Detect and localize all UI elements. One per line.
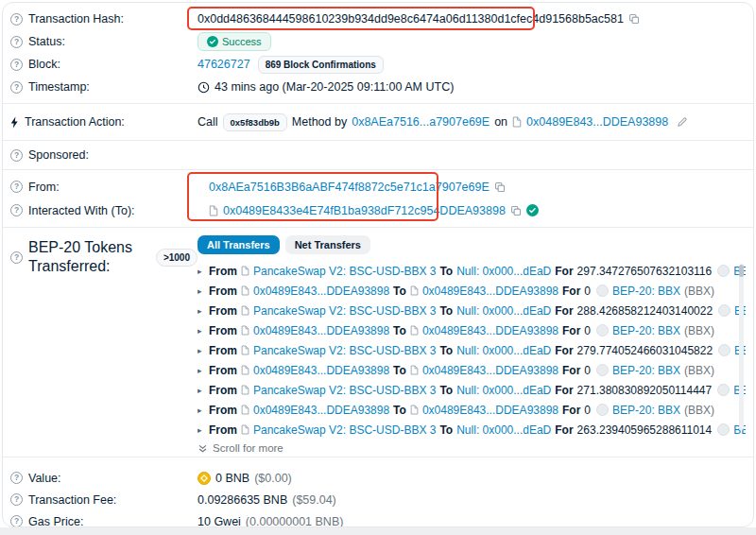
token-logo-icon [596,324,609,337]
status-label: Status: [28,35,65,48]
tab-all-transfers[interactable]: All Transfers [198,235,280,254]
transfer-from-link[interactable]: 0x0489E843...DDEA93898 [253,324,389,337]
value-label: Value: [28,472,61,485]
token-symbol: (BBX) [684,404,714,417]
action-sender-link[interactable]: 0x8AEa7516...a7907e69E [352,115,490,129]
copy-icon[interactable] [510,205,522,216]
copy-icon[interactable] [494,181,506,193]
token-transfer-row: ▸ From PancakeSwap V2: BSC-USD-BBX 3 To … [198,420,746,440]
transfer-to-link[interactable]: 0x0489E843...DDEA93898 [422,285,558,298]
token-logo-icon [717,384,730,396]
transaction-fee-label: Transaction Fee: [28,493,116,507]
transfer-to-link[interactable]: Null: 0x000...dEaD [456,344,551,357]
contract-icon [209,205,218,216]
transfer-from-link[interactable]: 0x0489E843...DDEA93898 [253,364,389,377]
to-word: To [439,344,453,357]
caret-right-icon[interactable]: ▸ [198,386,205,395]
edit-pencil-icon[interactable] [677,116,688,128]
to-word: To [393,324,406,337]
transfer-to-link[interactable]: 0x0489E843...DDEA93898 [422,324,558,337]
transfer-from-link[interactable]: PancakeSwap V2: BSC-USD-BBX 3 [253,423,436,437]
from-contract-icon [241,305,249,316]
row-timestamp: ? Timestamp: 43 mins ago (Mar-20-2025 09… [10,76,746,98]
caret-right-icon[interactable]: ▸ [198,267,205,276]
transfer-amount: 279.774052466031045822 [577,344,713,357]
from-word: From [209,344,237,357]
transfer-amount: 263.239405965288611014 [577,423,713,437]
for-word: For [555,384,573,397]
action-contract-link[interactable]: 0x0489E843...DDEA93898 [526,115,668,129]
transfer-amount: 0 [584,404,591,417]
interacted-with-address-link[interactable]: 0x0489E8433e4E74fB1ba938dF712c954DDEA938… [223,204,506,217]
overview-section: ? Transaction Hash: 0x0dd486368444598610… [3,3,753,103]
transfer-to-link[interactable]: 0x0489E843...DDEA93898 [422,364,558,377]
token-link[interactable]: BEP-20: BBX [612,404,680,417]
to-contract-icon [410,325,419,336]
token-link[interactable]: BEP-20: BBX [612,364,680,377]
transfer-from-link[interactable]: PancakeSwap V2: BSC-USD-BBX 3 [253,384,436,397]
transfer-to-link[interactable]: Null: 0x000...dEaD [456,304,551,318]
token-logo-icon [717,423,730,436]
timestamp-value: 43 mins ago (Mar-20-2025 09:11:00 AM UTC… [215,80,454,94]
caret-right-icon[interactable]: ▸ [198,326,205,336]
row-from: ? From: 0x8AEa7516B3B6aABF474f8872c5e71c… [10,175,746,198]
token-link[interactable]: BEP-20: BBX [612,285,680,298]
block-label: Block: [28,58,60,71]
token-link[interactable]: BEP-20: BBX [612,324,680,337]
transfers-scrollbar-thumb[interactable] [739,265,744,277]
row-interacted-with: ? Interacted With (To): 0x0489E8433e4E74… [10,198,746,222]
transfer-to-link[interactable]: Null: 0x000...dEaD [456,384,551,397]
transfer-from-link[interactable]: PancakeSwap V2: BSC-USD-BBX 3 [253,304,436,318]
transfer-to-link[interactable]: 0x0489E843...DDEA93898 [422,404,558,417]
clock-icon [198,81,210,94]
caret-right-icon[interactable]: ▸ [198,425,205,435]
value-amount: 0 BNB [215,472,249,485]
transaction-details-card: ? Transaction Hash: 0x0dd486368444598610… [2,2,754,527]
to-word: To [439,423,453,437]
help-icon: ? [10,81,23,94]
from-address-link[interactable]: 0x8AEa7516B3B6aABF474f8872c5e71c1a7907e6… [209,181,490,194]
on-label: on [494,115,507,129]
caret-right-icon[interactable]: ▸ [198,406,205,415]
token-logo-icon [596,404,609,416]
transfer-from-link[interactable]: 0x0489E843...DDEA93898 [253,404,389,417]
block-number-link[interactable]: 47626727 [198,58,250,71]
value-usd: ($0.00) [254,472,292,485]
transfer-to-link[interactable]: Null: 0x000...dEaD [456,265,551,278]
for-word: For [555,423,573,437]
token-transfer-list[interactable]: ▸ From PancakeSwap V2: BSC-USD-BBX 3 To … [198,261,746,440]
row-transaction-action: Transaction Action: Call 0x5f83db9b Meth… [10,110,746,134]
transfer-amount: 0 [584,364,591,377]
transfers-scrollbar[interactable] [739,264,744,430]
transfer-from-link[interactable]: 0x0489E843...DDEA93898 [253,285,389,298]
from-word: From [209,324,237,337]
transfer-count-badge: >1000 [156,249,198,267]
bnb-coin-icon [198,472,211,485]
transfer-from-link[interactable]: PancakeSwap V2: BSC-USD-BBX 3 [253,344,436,357]
from-contract-icon [241,345,249,355]
help-icon: ? [10,251,23,264]
from-contract-icon [241,325,249,336]
to-word: To [393,404,406,417]
help-icon: ? [10,515,23,527]
to-contract-icon [410,285,419,296]
tab-net-transfers[interactable]: Net Transfers [285,235,370,254]
transfer-tabs: All Transfers Net Transfers [198,235,746,254]
caret-right-icon[interactable]: ▸ [198,286,205,296]
caret-right-icon[interactable]: ▸ [198,346,205,355]
transfer-to-link[interactable]: Null: 0x000...dEaD [456,423,551,437]
caret-right-icon[interactable]: ▸ [198,366,205,375]
help-icon: ? [10,472,23,484]
help-icon: ? [10,181,23,193]
gas-price-label: Gas Price: [28,515,83,527]
timestamp-label: Timestamp: [28,80,90,94]
caret-right-icon[interactable]: ▸ [198,306,205,316]
transfer-from-link[interactable]: PancakeSwap V2: BSC-USD-BBX 3 [253,265,436,278]
token-logo-icon [718,304,730,317]
call-label: Call [198,115,218,129]
copy-icon[interactable] [628,13,640,25]
transaction-hash-label: Transaction Hash: [28,12,124,26]
for-word: For [555,265,573,278]
contract-icon [512,116,522,128]
interacted-with-label: Interacted With (To): [28,204,135,217]
